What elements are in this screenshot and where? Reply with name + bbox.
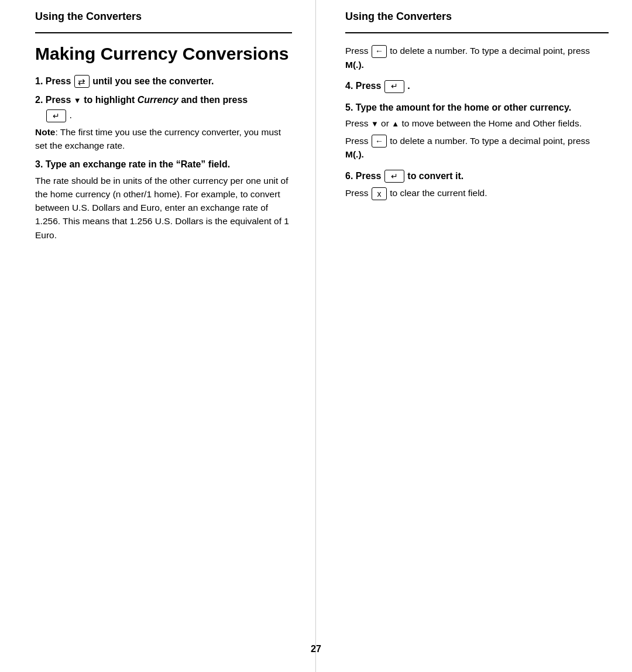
step-6: 6. Press ↵ to convert it. Press x to cle… <box>345 170 609 201</box>
step-3: 3. Type an exchange rate in the “Rate” f… <box>35 158 292 242</box>
step-6-post: to convert it. <box>407 171 463 181</box>
note-label: Note <box>35 127 55 137</box>
step-1-text: until you see the converter. <box>92 76 214 86</box>
step-4: 4. Press ↵ . <box>345 80 609 93</box>
step-3-number: 3. <box>35 159 46 169</box>
step-5-down-icon: ▼ <box>371 119 379 128</box>
step-2: 2. Press ▼ to highlight Currency and the… <box>35 94 292 152</box>
right-header: Using the Converters <box>345 0 609 29</box>
step-2-heading: 2. Press ▼ to highlight Currency and the… <box>35 94 292 107</box>
step-2-currency: Currency <box>138 95 178 105</box>
step-1-number: 1. <box>35 76 46 86</box>
right-divider <box>345 32 609 33</box>
left-divider <box>35 32 292 33</box>
step-2-note: Note: The first time you use the currenc… <box>35 125 292 153</box>
step-5-body1: Press ▼ or ▲ to move between the Home an… <box>345 116 609 130</box>
step-5: 5. Type the amount for the home or other… <box>345 101 609 162</box>
step-2-mid: to highlight <box>84 95 138 105</box>
left-column: Using the Converters Making Currency Con… <box>0 0 316 672</box>
enter-key-icon: ↵ <box>46 109 66 122</box>
step-5-heading-text: Type the amount for the home or other cu… <box>356 102 571 112</box>
step-6-body: Press x to clear the current field. <box>345 186 609 200</box>
backspace-icon: ← <box>372 45 387 58</box>
step-2-press-label: Press <box>46 95 74 105</box>
note-text: : The first time you use the currency co… <box>35 127 281 150</box>
step-3-heading: 3. Type an exchange rate in the “Rate” f… <box>35 158 292 171</box>
step-5-body2: Press ← to delete a number. To type a de… <box>345 134 609 162</box>
step-4-enter-icon: ↵ <box>384 80 404 93</box>
arrow-right-icon: ⇄ <box>74 75 90 88</box>
step-4-number: 4. <box>345 81 356 91</box>
right-steps-list: Press ← to delete a number. To type a de… <box>345 44 609 200</box>
right-column: Using the Converters Press ← to delete a… <box>316 0 632 672</box>
page-title: Making Currency Conversions <box>35 44 292 64</box>
pre-step-delete: Press ← to delete a number. To type a de… <box>345 44 609 71</box>
step-6-press: Press <box>356 171 384 181</box>
step-6-enter-icon: ↵ <box>384 170 404 183</box>
step-4-heading: 4. Press ↵ . <box>345 80 609 93</box>
step-6-heading: 6. Press ↵ to convert it. <box>345 170 609 183</box>
step-3-heading-text: Type an exchange rate in the “Rate” fiel… <box>46 159 230 169</box>
down-arrow-icon: ▼ <box>74 96 81 105</box>
step-2-number: 2. <box>35 95 46 105</box>
step-1: 1. Press ⇄ until you see the converter. <box>35 75 292 88</box>
page-number: 27 <box>311 644 321 654</box>
step-5-m-period: M(.). <box>345 149 364 159</box>
step-1-heading: 1. Press ⇄ until you see the converter. <box>35 75 292 88</box>
step-5-up-icon: ▲ <box>391 119 399 128</box>
step-5-heading: 5. Type the amount for the home or other… <box>345 101 609 114</box>
step-5-number: 5. <box>345 102 356 112</box>
m-period-label: M(.). <box>345 60 364 70</box>
step-3-body: The rate should be in units of the other… <box>35 174 292 242</box>
step-2-period: . <box>69 110 71 120</box>
step-1-press-label: Press <box>46 76 74 86</box>
left-header: Using the Converters <box>35 0 292 29</box>
step-5-backspace-icon: ← <box>372 135 387 148</box>
step-2-post: and then press <box>181 95 248 105</box>
step-6-number: 6. <box>345 171 356 181</box>
pre-step-text: Press ← to delete a number. To type a de… <box>345 44 609 71</box>
step-6-x-icon: x <box>372 187 387 200</box>
step-2-enter-block: ↵ . <box>46 109 292 122</box>
left-steps-list: 1. Press ⇄ until you see the converter. … <box>35 75 292 242</box>
page-container: Using the Converters Making Currency Con… <box>0 0 632 672</box>
step-4-period: . <box>407 81 410 91</box>
step-4-press: Press <box>356 81 384 91</box>
